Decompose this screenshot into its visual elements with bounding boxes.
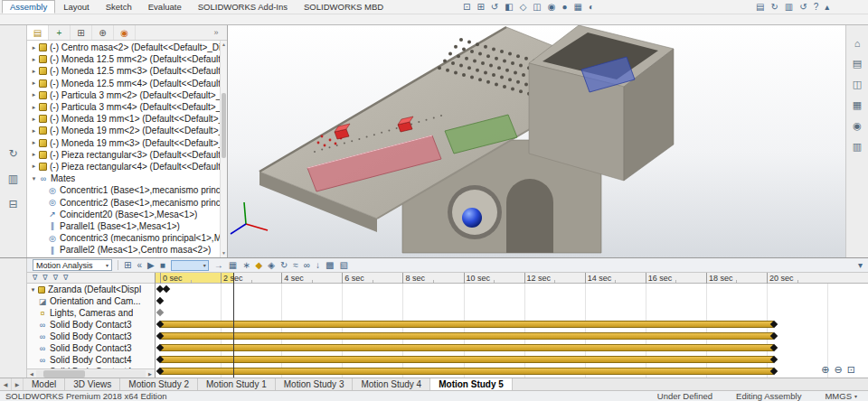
tab-scroll-left-icon[interactable]: ◀ bbox=[0, 378, 12, 390]
apply-scene-icon[interactable]: ▦ bbox=[574, 2, 582, 13]
animation-wizard-icon[interactable]: ∗ bbox=[242, 259, 250, 272]
motion-tree-row[interactable]: ∞Solid Body Contact3 bbox=[27, 331, 155, 342]
playback-speed-select[interactable]: ▾ bbox=[171, 260, 209, 271]
calculate-motion-icon[interactable]: ⊞ bbox=[124, 259, 131, 272]
timeline-bar[interactable] bbox=[160, 344, 774, 351]
motion-track-row[interactable] bbox=[156, 354, 868, 366]
motion-track-row[interactable] bbox=[156, 342, 868, 354]
scrollbar-track[interactable] bbox=[36, 370, 146, 378]
file-explorer-icon[interactable]: ◫ bbox=[853, 79, 862, 90]
play-from-start-icon[interactable]: « bbox=[137, 259, 142, 272]
edit-appearance-icon[interactable]: ● bbox=[562, 2, 568, 13]
units-dropdown-icon[interactable]: ▾ bbox=[854, 393, 857, 399]
ribbon-tab-evaluate[interactable]: Evaluate bbox=[140, 0, 190, 14]
timeline-area[interactable]: 0 sec2 sec4 sec6 sec8 sec10 sec12 sec14 … bbox=[156, 273, 868, 378]
tree-item[interactable]: ▸(-) Pieza rectangular<3> (Default<<Defa… bbox=[27, 149, 220, 161]
motion-track-row[interactable] bbox=[156, 284, 868, 295]
filter-animated-icon[interactable]: ∇ bbox=[33, 274, 37, 282]
motion-properties-icon[interactable]: ▧ bbox=[339, 259, 347, 272]
panel-overflow-icon[interactable]: » bbox=[205, 25, 227, 40]
file-properties-icon[interactable]: ▥ bbox=[785, 2, 793, 13]
keyframe-icon[interactable] bbox=[162, 285, 169, 293]
playback-mode-icon[interactable]: → bbox=[214, 259, 223, 272]
tree-item[interactable]: ▸(-) Moneda 12.5 mm<3> (Default<<Default… bbox=[27, 65, 220, 77]
study-type-select[interactable]: Motion Analysis ▾ bbox=[33, 259, 112, 271]
tree-item-mate[interactable]: ◎Concentric1 (Base<1>,mecanismo principa… bbox=[27, 184, 220, 196]
tree-item[interactable]: ▸(-) Moneda 12.5 mm<2> (Default<<Default… bbox=[27, 53, 220, 65]
custom-properties-icon[interactable]: ▥ bbox=[853, 141, 862, 153]
scroll-down-icon[interactable]: ▼ bbox=[221, 249, 227, 257]
filter-results-icon[interactable]: ∇ bbox=[63, 274, 68, 282]
featuremanager-tab[interactable]: ▤ bbox=[27, 25, 49, 40]
expand-icon[interactable]: ▸ bbox=[30, 127, 38, 135]
dimxpertmanager-tab[interactable]: ⊕ bbox=[92, 25, 114, 40]
view-settings-icon[interactable]: ◐ bbox=[589, 2, 594, 13]
scroll-right-icon[interactable]: ▶ bbox=[146, 371, 155, 377]
expand-icon[interactable]: ▾ bbox=[30, 175, 38, 182]
auto-key-icon[interactable]: ◆ bbox=[256, 259, 263, 272]
motion-tree-hscrollbar[interactable]: ◀ ▶ bbox=[27, 368, 155, 378]
tree-scrollbar[interactable]: ▲ ▼ bbox=[220, 41, 227, 257]
motion-tree-row[interactable]: ∞Solid Body Contact4 bbox=[27, 354, 155, 366]
tree-item[interactable]: ▸(-) Moneda 19 mm<2> (Default<<Default>_… bbox=[27, 125, 220, 136]
timebar-marker[interactable] bbox=[233, 273, 234, 378]
tree-item-mates-folder[interactable]: ▾∞Mates bbox=[27, 173, 220, 184]
zoom-area-icon[interactable]: ⊞ bbox=[476, 2, 484, 13]
timeline-zoom-fit-icon[interactable]: ⊡ bbox=[847, 364, 855, 376]
contact-icon[interactable]: ∞ bbox=[304, 259, 310, 272]
tree-item[interactable]: ▸(-) Moneda 12.5 mm<4> (Default<<Default… bbox=[27, 78, 220, 89]
gravity-icon[interactable]: ↓ bbox=[316, 259, 320, 272]
scrollbar-thumb[interactable] bbox=[43, 370, 85, 378]
expand-icon[interactable]: ▸ bbox=[30, 116, 38, 123]
filter-driving-icon[interactable]: ∇ bbox=[42, 274, 47, 282]
spring-icon[interactable]: ≈ bbox=[293, 259, 298, 272]
motion-tree-row[interactable]: ◪Orientation and Cam... bbox=[27, 295, 155, 307]
motion-tree-row[interactable]: ¤Lights, Cameras and bbox=[27, 307, 155, 319]
view-orientation-icon[interactable]: ◇ bbox=[520, 2, 527, 13]
expand-icon[interactable]: ▸ bbox=[30, 56, 38, 63]
timeline-bar[interactable] bbox=[160, 356, 774, 363]
tree-item[interactable]: ▸(-) Moneda 19 mm<3> (Default<<Default>_… bbox=[27, 137, 220, 149]
tree-item-mate[interactable]: ↗Coincident20 (Base<1>,Mesa<1>) bbox=[27, 209, 220, 220]
results-icon[interactable]: ▩ bbox=[326, 259, 334, 272]
tab-scroll-right-icon[interactable]: ▶ bbox=[12, 378, 24, 390]
tree-item-mate[interactable]: ∥Parallel2 (Mesa<1>,Centro masa<2>) bbox=[27, 244, 220, 256]
hide-show-items-icon[interactable]: ◉ bbox=[548, 2, 556, 13]
clipboard-icon[interactable]: ⊟ bbox=[8, 198, 17, 210]
timeline-zoom-out-icon[interactable]: ⊖ bbox=[835, 364, 843, 376]
stop-icon[interactable]: ■ bbox=[160, 259, 165, 272]
graphics-area[interactable] bbox=[228, 25, 845, 257]
zoom-fit-icon[interactable]: ⊡ bbox=[463, 2, 470, 13]
expand-icon[interactable]: ▸ bbox=[30, 163, 38, 170]
tree-item-mate[interactable]: ◎Concentric3 (mecanismo principal<1>,Mes… bbox=[27, 232, 220, 244]
display-style-icon[interactable]: ◫ bbox=[533, 2, 541, 13]
propertymanager-tab[interactable]: + bbox=[49, 25, 71, 40]
doc-tab-motion-study-4[interactable]: Motion Study 4 bbox=[353, 378, 430, 390]
previous-view-icon[interactable]: ↺ bbox=[491, 2, 498, 13]
tree-item[interactable]: ▸(-) Centro masa<2> (Default<<Default>_D… bbox=[27, 42, 220, 53]
keyframe-icon[interactable] bbox=[156, 297, 164, 304]
doc-tab-model[interactable]: Model bbox=[24, 378, 65, 390]
expand-icon[interactable]: ▾ bbox=[29, 286, 37, 294]
filter-selected-icon[interactable]: ∇ bbox=[53, 274, 58, 282]
comment-icon[interactable]: ▥ bbox=[8, 173, 18, 185]
tree-item[interactable]: ▸(-) Particula 3 mm<2> (Default<<Default… bbox=[27, 89, 220, 101]
add-key-icon[interactable]: ◈ bbox=[268, 259, 275, 272]
expand-icon[interactable]: ▸ bbox=[30, 91, 38, 98]
design-library-icon[interactable]: ▤ bbox=[853, 58, 862, 70]
motion-track-row[interactable] bbox=[156, 295, 868, 307]
collapse-motionmanager-icon[interactable]: ▾ bbox=[858, 259, 863, 272]
timeline-tracks[interactable] bbox=[156, 284, 868, 378]
scroll-left-icon[interactable]: ◀ bbox=[27, 371, 36, 377]
doc-tab-motion-study-5[interactable]: Motion Study 5 bbox=[430, 378, 513, 390]
timeline-bar[interactable] bbox=[160, 332, 774, 340]
options-icon[interactable]: ▤ bbox=[756, 2, 764, 13]
displaymanager-tab[interactable]: ◉ bbox=[114, 25, 136, 40]
expand-icon[interactable]: ▸ bbox=[30, 139, 38, 146]
doc-tab-3d-views[interactable]: 3D Views bbox=[65, 378, 120, 390]
view-palette-icon[interactable]: ▦ bbox=[853, 99, 862, 111]
motion-tree-row[interactable]: ▾Zaranda (Default<Displ bbox=[27, 284, 155, 295]
tree-item[interactable]: ▸(-) Particula 3 mm<4> (Default<<Default… bbox=[27, 101, 220, 113]
motion-tree-row[interactable]: ∞Solid Body Contact3 bbox=[27, 319, 155, 331]
collapse-ribbon-icon[interactable]: ▴ bbox=[825, 2, 829, 13]
